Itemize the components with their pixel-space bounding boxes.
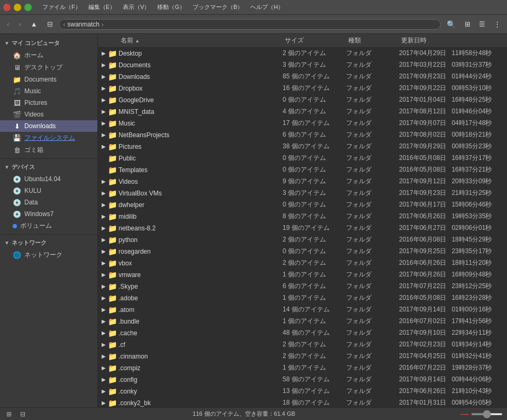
sidebar-section-devices-header[interactable]: ▼ デバイス xyxy=(0,161,97,173)
sidebar-section-mycomputer-header[interactable]: ▼ マイ コンピュータ xyxy=(0,37,97,49)
table-row[interactable]: ▶ 📁 .adobe 1 個のアイテム フォルダ 2016年05月08日 16時… xyxy=(98,292,507,304)
up-button[interactable]: ▲ xyxy=(27,18,41,30)
grid-view-button[interactable]: ⊞ xyxy=(461,18,474,30)
table-row[interactable]: ▶ 📁 Pictures 38 個のアイテム フォルダ 2017年09月29日 … xyxy=(98,141,507,153)
loc-left-arrow[interactable]: ‹ xyxy=(64,21,66,28)
expand-arrow[interactable]: ▶ xyxy=(100,377,107,382)
sidebar-item-ホーム[interactable]: 🏠ホーム xyxy=(0,49,97,61)
sidebar-item-ゴミ箱[interactable]: 🗑ゴミ箱 xyxy=(0,144,97,156)
expand-arrow[interactable]: ▶ xyxy=(100,190,107,196)
expand-arrow[interactable]: ▶ xyxy=(100,272,107,278)
sidebar-item-downloads[interactable]: ⬇Downloads xyxy=(0,120,97,132)
minimize-button[interactable] xyxy=(14,4,21,11)
expand-arrow[interactable]: ▶ xyxy=(100,109,107,114)
status-icon-1[interactable]: ⊞ xyxy=(4,409,14,419)
status-icon-2[interactable]: ⊟ xyxy=(18,409,28,419)
table-row[interactable]: ▶ 📁 GoogleDrive 0 個のアイテム フォルダ 2017年01月04… xyxy=(98,94,507,106)
table-row[interactable]: ▶ 📁 .config 58 個のアイテム フォルダ 2017年09月14日 0… xyxy=(98,374,507,386)
table-row[interactable]: ▶ 📁 vbox 2 個のアイテム フォルダ 2016年06月26日 18時11… xyxy=(98,257,507,269)
table-row[interactable]: ▶ 📁 .bundle 1 個のアイテム フォルダ 2016年07月02日 17… xyxy=(98,316,507,327)
expand-arrow[interactable]: ▶ xyxy=(100,120,107,126)
table-row[interactable]: ▶ 📁 midilib 8 個のアイテム フォルダ 2017年06月26日 19… xyxy=(98,211,507,222)
expand-arrow[interactable]: ▶ xyxy=(100,132,107,138)
table-row[interactable]: ▶ 📁 Dropbox 16 個のアイテム フォルダ 2017年09月22日 0… xyxy=(98,83,507,94)
table-row[interactable]: ▶ 📁 .cf 2 個のアイテム フォルダ 2017年02月23日 01時34分… xyxy=(98,339,507,351)
menu-help[interactable]: ヘルプ（H） xyxy=(247,2,287,12)
more-options-button[interactable]: ⋮ xyxy=(491,18,504,30)
expand-arrow[interactable]: ▶ xyxy=(100,342,107,347)
menu-edit[interactable]: 編集（E） xyxy=(85,2,119,12)
sidebar-item-windows7[interactable]: 💿Windows7 xyxy=(0,208,97,220)
table-row[interactable]: ▶ 📁 vmware 1 個のアイテム フォルダ 2017年06月26日 16時… xyxy=(98,269,507,281)
expand-arrow[interactable]: ▶ xyxy=(100,307,107,312)
table-row[interactable]: ▶ 📁 .conky 13 個のアイテム フォルダ 2017年06月26日 21… xyxy=(98,386,507,397)
sidebar-item-ネットワーク[interactable]: 🌐ネットワーク xyxy=(0,249,97,261)
table-row[interactable]: ▶ 📁 Downloads 85 個のアイテム フォルダ 2017年09月23日… xyxy=(98,71,507,83)
expand-arrow[interactable]: ▶ xyxy=(100,74,107,79)
menu-bookmarks[interactable]: ブックマーク（B） xyxy=(189,2,246,12)
toggle-sidebar-button[interactable]: ⊟ xyxy=(43,18,57,30)
expand-arrow[interactable]: ▶ xyxy=(100,237,107,243)
expand-arrow[interactable]: ▶ xyxy=(100,330,107,336)
close-button[interactable] xyxy=(3,4,11,11)
sidebar-item-デスクトップ[interactable]: 🖥デスクトップ xyxy=(0,61,97,74)
table-row[interactable]: ▶ 📁 netbeans-8.2 19 個のアイテム フォルダ 2017年06月… xyxy=(98,222,507,234)
sidebar-item-music[interactable]: 🎵Music xyxy=(0,85,97,97)
expand-arrow[interactable]: ▶ xyxy=(100,50,107,56)
table-row[interactable]: ▶ 📁 Videos 9 個のアイテム フォルダ 2017年09月12日 20時… xyxy=(98,176,507,187)
table-row[interactable]: ▶ 📁 NetBeansProjects 6 個のアイテム フォルダ 2017年… xyxy=(98,129,507,141)
table-row[interactable]: ▶ 📁 .cache 48 個のアイテム フォルダ 2017年09月10日 22… xyxy=(98,327,507,339)
table-row[interactable]: ▶ 📁 Music 17 個のアイテム フォルダ 2017年09月07日 04時… xyxy=(98,118,507,129)
search-button[interactable]: 🔍 xyxy=(443,18,459,31)
table-row[interactable]: ▶ 📁 Documents 3 個のアイテム フォルダ 2017年03月22日 … xyxy=(98,59,507,71)
menu-go[interactable]: 移動（G） xyxy=(154,2,188,12)
table-row[interactable]: ▶ 📁 .cinnamon 2 個のアイテム フォルダ 2017年04月25日 … xyxy=(98,351,507,362)
col-header-type[interactable]: 種類 xyxy=(346,36,399,45)
sidebar-item-ファイルシステム[interactable]: 💾ファイルシステム xyxy=(0,132,97,144)
expand-arrow[interactable]: ▶ xyxy=(100,97,107,103)
back-button[interactable]: ‹ xyxy=(3,18,13,30)
expand-arrow[interactable]: ▶ xyxy=(100,202,107,208)
expand-arrow[interactable]: ▶ xyxy=(100,62,107,68)
table-row[interactable]: ▶ 📁 MNIST_data 4 個のアイテム フォルダ 2017年08月12日… xyxy=(98,106,507,118)
table-row[interactable]: 📁 Public 0 個のアイテム フォルダ 2016年05月08日 16時37… xyxy=(98,153,507,164)
loc-right-arrow[interactable]: › xyxy=(102,21,104,28)
forward-button[interactable]: › xyxy=(15,18,24,30)
col-header-date[interactable]: 更新日時 xyxy=(399,36,505,45)
expand-arrow[interactable]: ▶ xyxy=(100,400,107,406)
col-header-size[interactable]: サイズ xyxy=(283,36,346,45)
expand-arrow[interactable]: ▶ xyxy=(100,85,107,91)
sidebar-item-ボリューム[interactable]: ボリューム xyxy=(0,220,97,232)
sidebar-item-kulu[interactable]: 💿KULU xyxy=(0,185,97,196)
expand-arrow[interactable]: ▶ xyxy=(100,144,107,149)
sidebar-section-network-header[interactable]: ▼ ネットワーク xyxy=(0,237,97,249)
expand-arrow[interactable]: ▶ xyxy=(100,388,107,394)
sidebar-item-data[interactable]: 💿Data xyxy=(0,196,97,208)
expand-arrow[interactable]: ▶ xyxy=(100,365,107,371)
expand-arrow[interactable]: ▶ xyxy=(100,178,107,184)
maximize-button[interactable] xyxy=(24,4,32,11)
menu-view[interactable]: 表示（V） xyxy=(120,2,153,12)
table-row[interactable]: ▶ 📁 rosegarden 0 個のアイテム フォルダ 2017年09月25日… xyxy=(98,246,507,257)
expand-arrow[interactable]: ▶ xyxy=(100,225,107,231)
table-row[interactable]: ▶ 📁 dwhelper 0 個のアイテム フォルダ 2017年06月17日 1… xyxy=(98,199,507,211)
table-row[interactable]: ▶ 📁 .conky2_bk 18 個のアイテム フォルダ 2017年01月31… xyxy=(98,397,507,407)
table-row[interactable]: ▶ 📁 python 2 個のアイテム フォルダ 2016年06月08日 18時… xyxy=(98,234,507,246)
expand-arrow[interactable]: ▶ xyxy=(100,248,107,254)
zoom-slider[interactable] xyxy=(471,413,503,415)
sidebar-item-documents[interactable]: 📁Documents xyxy=(0,74,97,85)
location-bar[interactable]: ‹ swanmatch › xyxy=(59,19,441,30)
sidebar-item-ubuntu14.04[interactable]: 💿Ubuntu14.04 xyxy=(0,173,97,185)
col-header-name[interactable]: 名前 ▲ xyxy=(119,36,283,45)
expand-arrow[interactable]: ▶ xyxy=(100,295,107,301)
expand-arrow[interactable]: ▶ xyxy=(100,260,107,266)
table-row[interactable]: ▶ 📁 .atom 14 個のアイテム フォルダ 2017年09月14日 01時… xyxy=(98,304,507,316)
table-row[interactable]: ▶ 📁 .Skype 6 個のアイテム フォルダ 2017年07月22日 23時… xyxy=(98,281,507,292)
sidebar-item-pictures[interactable]: 🖼Pictures xyxy=(0,97,97,109)
location-segment[interactable]: swanmatch xyxy=(67,21,99,28)
expand-arrow[interactable]: ▶ xyxy=(100,213,107,219)
list-view-button[interactable]: ☰ xyxy=(476,18,488,30)
menu-file[interactable]: ファイル（F） xyxy=(39,2,84,12)
table-row[interactable]: ▶ 📁 .compiz 1 個のアイテム フォルダ 2016年07月22日 19… xyxy=(98,362,507,374)
table-row[interactable]: ▶ 📁 Desktop 2 個のアイテム フォルダ 2017年04月29日 11… xyxy=(98,48,507,59)
